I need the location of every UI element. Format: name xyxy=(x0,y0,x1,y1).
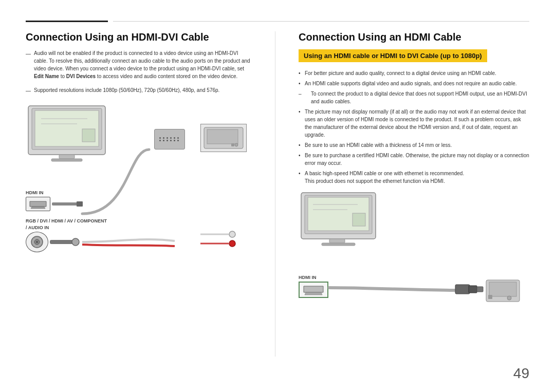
bullet-item-1: For better picture and audio quality, co… xyxy=(299,69,529,77)
hdmi-in-right-area: HDMI IN xyxy=(299,275,328,298)
svg-rect-37 xyxy=(488,295,492,299)
svg-rect-32 xyxy=(469,286,477,293)
right-diagram: HDMI IN xyxy=(299,190,529,308)
bullet-item-3: To connect the product to a digital devi… xyxy=(299,90,529,105)
dvi-connector xyxy=(154,129,185,150)
divider-thin xyxy=(113,21,529,22)
svg-point-17 xyxy=(235,143,238,146)
page-container: Connection Using an HDMI-DVI Cable — Aud… xyxy=(0,0,555,392)
svg-rect-18 xyxy=(231,143,234,146)
svg-rect-9 xyxy=(77,201,83,207)
tv-illustration-left xyxy=(26,103,108,162)
hdmi-cable-left xyxy=(52,198,83,210)
svg-rect-30 xyxy=(322,243,355,246)
right-section-title: Connection Using an HDMI Cable xyxy=(299,31,529,43)
source-device-icon xyxy=(203,126,244,150)
svg-rect-29 xyxy=(329,239,345,243)
bullet-item-5: Be sure to use an HDMI cable with a thic… xyxy=(299,141,529,149)
svg-rect-7 xyxy=(51,159,82,161)
svg-point-14 xyxy=(72,238,79,246)
audio-port-icon xyxy=(30,235,44,249)
dvi-connector-area xyxy=(154,129,185,150)
hdmi-port-left xyxy=(26,197,50,211)
svg-rect-35 xyxy=(489,282,516,296)
note2-text: Supported resolutions include 1080p (50/… xyxy=(34,86,219,94)
highlight-box: Using an HDMI cable or HDMI to DVI Cable… xyxy=(299,49,487,62)
note1: — Audio will not be enabled if the produ… xyxy=(26,49,252,84)
top-dividers xyxy=(26,21,529,22)
audio-port-left xyxy=(26,232,48,252)
dash2: — xyxy=(26,87,31,95)
right-column: Connection Using an HDMI Cable Using an … xyxy=(299,31,529,357)
svg-rect-28 xyxy=(353,213,365,226)
source-device-left xyxy=(200,124,247,152)
page-number: 49 xyxy=(513,365,529,382)
rca-cable-red xyxy=(200,240,236,247)
svg-rect-16 xyxy=(207,129,238,144)
svg-rect-5 xyxy=(82,129,95,142)
bullet-item-6: Be sure to purchase a certified HDMI cab… xyxy=(299,152,529,167)
hdmi-in-area: HDMI IN xyxy=(26,190,83,211)
two-col-layout: Connection Using an HDMI-DVI Cable — Aud… xyxy=(26,31,529,357)
left-section-title: Connection Using an HDMI-DVI Cable xyxy=(26,31,252,43)
hdmi-right-label: HDMI IN xyxy=(299,275,328,280)
rca-cable-white xyxy=(200,231,236,238)
divider-thick xyxy=(26,21,108,22)
rca-cables xyxy=(200,231,236,247)
bullet-item-2: An HDMI cable supports digital video and… xyxy=(299,80,529,87)
tv-illustration-right xyxy=(299,190,378,247)
bullet-item-4: The picture may not display normally (if… xyxy=(299,108,529,139)
svg-rect-8 xyxy=(52,202,78,206)
svg-point-12 xyxy=(36,241,38,243)
dvi-dots xyxy=(159,137,180,141)
column-separator xyxy=(275,31,275,357)
hdmi-cable-right xyxy=(327,272,522,303)
svg-rect-13 xyxy=(50,240,73,244)
hdmi-port-right xyxy=(299,282,328,298)
note1-text: Audio will not be enabled if the product… xyxy=(34,49,252,80)
left-diagram: HDMI IN xyxy=(26,103,252,257)
svg-point-22 xyxy=(229,240,235,247)
bullet-list: For better picture and audio quality, co… xyxy=(299,69,529,185)
dash1: — xyxy=(26,50,31,58)
svg-rect-31 xyxy=(455,285,470,294)
svg-rect-6 xyxy=(59,155,75,159)
svg-point-36 xyxy=(507,296,511,300)
bullet-item-7: A basic high-speed HDMI cable or one wit… xyxy=(299,170,529,185)
hdmi-port-right-icon xyxy=(302,284,325,296)
hdmi-port-icon xyxy=(28,198,48,210)
hdmi-label: HDMI IN xyxy=(26,190,83,195)
note2: — Supported resolutions include 1080p (5… xyxy=(26,86,252,98)
left-column: Connection Using an HDMI-DVI Cable — Aud… xyxy=(26,31,252,357)
audio-cable-left xyxy=(50,235,81,249)
rgb-label: RGB / DVI / HDMI / AV / COMPONENT xyxy=(26,218,107,223)
svg-rect-33 xyxy=(477,287,483,292)
svg-point-20 xyxy=(229,231,235,237)
audio-label: / AUDIO IN xyxy=(26,225,107,230)
rgb-area: RGB / DVI / HDMI / AV / COMPONENT / AUDI… xyxy=(26,218,107,252)
